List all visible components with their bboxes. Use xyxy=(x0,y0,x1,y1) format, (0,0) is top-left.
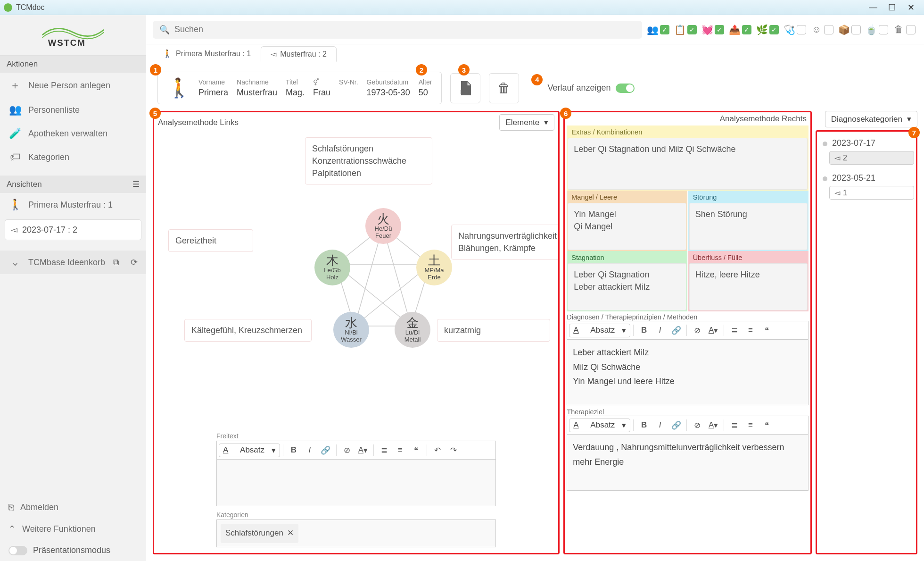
clear-format-button[interactable]: ⊘ xyxy=(339,443,355,457)
content: 🔍 👥✓ 📋✓ 💓✓ 📤✓ 🌿✓ 🩺 ☺ 📦 🍵 🗑 🚶Primera Must… xyxy=(146,15,924,561)
ul-button[interactable]: ≣ xyxy=(377,443,392,457)
search-box[interactable]: 🔍 xyxy=(153,21,642,39)
ol-button[interactable]: ≡ xyxy=(743,323,758,337)
trash-icon[interactable]: 🗑 xyxy=(892,23,905,36)
sidebar-view-person[interactable]: 🚶Primera Musterfrau : 1 xyxy=(0,193,146,217)
cursor-icon: ◅ xyxy=(834,153,840,162)
sidebar-categories[interactable]: 🏷Kategorien xyxy=(0,145,146,169)
quote-button[interactable]: ❝ xyxy=(759,418,774,432)
italic-button[interactable]: I xyxy=(652,323,668,337)
bold-button[interactable]: B xyxy=(636,418,652,432)
symptom-box-earth[interactable]: Nahrungsunverträglichkeit Blähungen, Krä… xyxy=(451,225,558,260)
history-date-1[interactable]: 2023-07-17 xyxy=(819,135,914,151)
quote-button[interactable]: ❝ xyxy=(759,323,774,337)
symptom-box-fire[interactable]: Schlafstörungen Konzentrationsschwäche P… xyxy=(305,137,432,184)
elements-dropdown[interactable]: Elemente▾ xyxy=(499,114,554,131)
window-minimize[interactable]: — xyxy=(864,1,883,14)
history-toggle[interactable] xyxy=(616,84,635,93)
ul-button[interactable]: ≣ xyxy=(727,418,742,432)
text-color-button[interactable]: A▾ xyxy=(355,443,371,457)
symptom-box-wood[interactable]: Gereiztheit xyxy=(168,229,253,252)
people-icon[interactable]: 👥 xyxy=(646,23,659,36)
history-chip-1[interactable]: ◅2 xyxy=(829,151,914,165)
chevron-up-icon: ⌃ xyxy=(8,524,16,534)
unchecked-icon xyxy=(851,25,861,34)
bold-button[interactable]: B xyxy=(286,443,301,457)
clear-format-button[interactable]: ⊘ xyxy=(690,418,705,432)
sidebar-logout[interactable]: ⎘Abmelden xyxy=(0,497,146,518)
element-water[interactable]: 水Ni/BlWasser xyxy=(333,312,369,348)
logout-icon: ⎘ xyxy=(8,502,14,512)
element-metal[interactable]: 金Lu/DiMetall xyxy=(395,312,430,348)
stethoscope-icon[interactable]: 🩺 xyxy=(783,23,796,36)
window-maximize[interactable]: ☐ xyxy=(883,1,901,14)
paragraph-dropdown[interactable]: A Absatz ▾ xyxy=(569,324,630,337)
patient-header-row: 1 🚶 VornamePrimera NachnameMusterfrau Ti… xyxy=(146,63,924,104)
refresh-icon[interactable]: ⟳ xyxy=(131,257,138,268)
face-icon[interactable]: ☺ xyxy=(810,23,823,36)
category-tag[interactable]: Schlafstörungen✕ xyxy=(221,524,298,543)
diag-toolbar: A Absatz ▾ B I 🔗 ⊘ A▾ ≣ ≡ ❝ xyxy=(567,321,808,339)
extras-body[interactable]: Leber Qi Stagnation und Milz Qi Schwäche xyxy=(568,138,808,190)
freitext-editor[interactable] xyxy=(216,459,496,506)
diagnosekategorien-dropdown[interactable]: Diagnosekategorien▾ xyxy=(825,111,917,127)
freitext-label: Freitext xyxy=(216,432,496,440)
ul-button[interactable]: ≣ xyxy=(727,323,742,337)
presentation-mode-row: Präsentationsmodus xyxy=(0,540,146,561)
link-button[interactable]: 🔗 xyxy=(668,418,684,432)
box-icon[interactable]: 📦 xyxy=(837,23,850,36)
send-icon[interactable]: 📤 xyxy=(728,23,741,36)
text-color-button[interactable]: A▾ xyxy=(706,418,721,432)
sidebar-pharmacies[interactable]: 🧪Apotheken verwalten xyxy=(0,122,146,145)
sidebar-more[interactable]: ⌃Weitere Funktionen xyxy=(0,518,146,540)
element-fire[interactable]: 火He/DüFeuer xyxy=(365,208,401,244)
pdf-button[interactable]: PDF xyxy=(450,73,480,103)
paragraph-dropdown[interactable]: A Absatz ▾ xyxy=(569,419,630,432)
element-earth[interactable]: 土MP/MaErde xyxy=(416,250,452,285)
ther-toolbar: A Absatz ▾ B I 🔗 ⊘ A▾ ≣ ≡ ❝ xyxy=(567,416,808,434)
heartbeat-icon[interactable]: 💓 xyxy=(701,23,714,36)
callout-5: 5 xyxy=(149,108,161,119)
diag-editor[interactable]: Leber attackiert Milz Milz Qi Schwäche Y… xyxy=(567,339,808,405)
italic-button[interactable]: I xyxy=(302,443,317,457)
quote-button[interactable]: ❝ xyxy=(409,443,424,457)
italic-button[interactable]: I xyxy=(652,418,668,432)
text-color-button[interactable]: A▾ xyxy=(706,323,721,337)
link-button[interactable]: 🔗 xyxy=(668,323,684,337)
bold-button[interactable]: B xyxy=(636,323,652,337)
sidebar-person-list[interactable]: 👥Personenliste xyxy=(0,98,146,122)
sidebar-item-label: Apotheken verwalten xyxy=(28,129,107,139)
tag-remove-icon[interactable]: ✕ xyxy=(287,527,294,540)
window-close[interactable]: ✕ xyxy=(901,1,920,14)
paragraph-dropdown[interactable]: A Absatz ▾ xyxy=(219,444,280,457)
sidebar-item-label: Personenliste xyxy=(28,105,80,115)
delete-button[interactable]: 🗑 xyxy=(489,73,519,103)
search-input[interactable] xyxy=(174,25,635,34)
callout-7: 7 xyxy=(908,127,920,138)
ol-button[interactable]: ≡ xyxy=(743,418,758,432)
link-button[interactable]: 🔗 xyxy=(318,443,333,457)
tab-session[interactable]: ◅Musterfrau : 2 xyxy=(261,46,337,62)
sidebar-new-person[interactable]: ＋Neue Person anlegen xyxy=(0,73,146,98)
sidebar-ideabasket[interactable]: ⌄ TCMbase Ideenkorb ⧉ ⟳ xyxy=(0,251,146,274)
cup-icon[interactable]: 🍵 xyxy=(865,23,878,36)
clear-format-button[interactable]: ⊘ xyxy=(690,323,705,337)
mortar-icon: 🧪 xyxy=(8,127,22,140)
leaf-icon[interactable]: 🌿 xyxy=(755,23,768,36)
presentation-toggle[interactable] xyxy=(8,546,27,555)
kategorien-field[interactable]: Schlafstörungen✕ xyxy=(216,519,496,547)
unchecked-icon xyxy=(906,25,916,34)
history-date-2[interactable]: 2023-05-21 xyxy=(819,170,914,186)
history-chip-2[interactable]: ◅1 xyxy=(829,186,914,200)
undo-button[interactable]: ↶ xyxy=(430,443,445,457)
tab-person[interactable]: 🚶Primera Musterfrau : 1 xyxy=(153,46,261,61)
symptom-box-water[interactable]: Kältegefühl, Kreuzschmerzen xyxy=(184,319,312,342)
ol-button[interactable]: ≡ xyxy=(393,443,408,457)
sidebar-view-session[interactable]: ◅2023-07-17 : 2 xyxy=(5,219,141,240)
clipboard-icon[interactable]: 📋 xyxy=(673,23,686,36)
element-wood[interactable]: 木Le/GbHolz xyxy=(314,250,350,285)
open-external-icon[interactable]: ⧉ xyxy=(113,258,119,268)
menu-icon[interactable]: ☰ xyxy=(132,179,140,189)
redo-button[interactable]: ↷ xyxy=(446,443,461,457)
ther-editor[interactable]: Verdauung , Nahrungsmittelunverträglichk… xyxy=(567,434,808,491)
